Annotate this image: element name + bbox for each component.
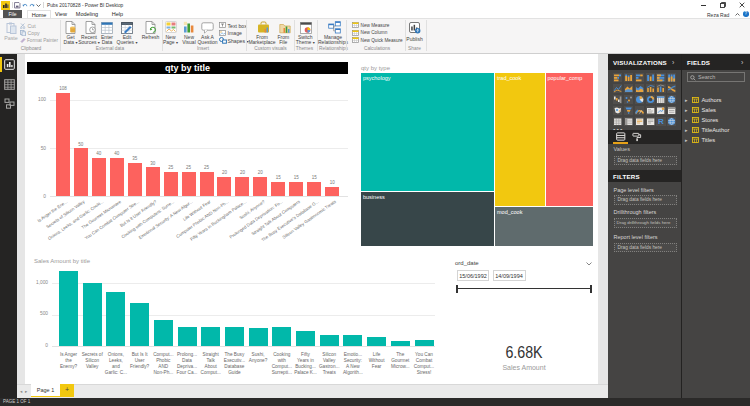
svg-text:R: R (658, 117, 664, 126)
